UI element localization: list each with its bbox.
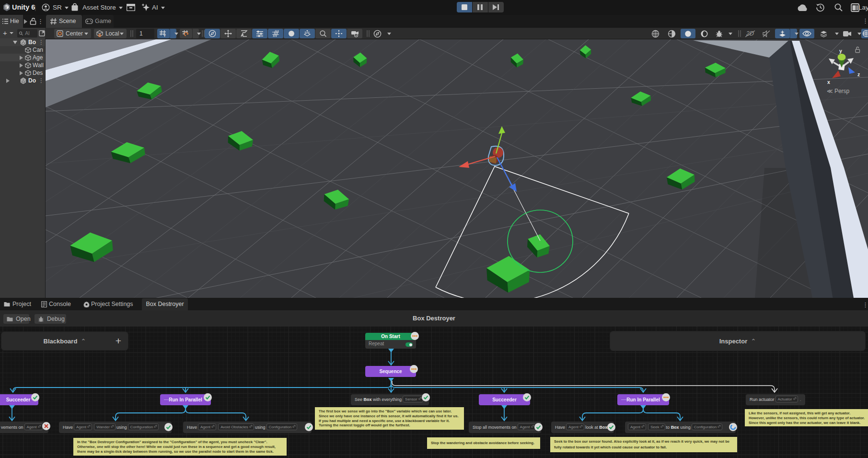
svg-text:y: y xyxy=(839,48,842,54)
svg-text:z: z xyxy=(857,71,860,77)
svg-text:≪ Persp: ≪ Persp xyxy=(827,88,850,94)
svg-text:x: x xyxy=(827,79,830,85)
svg-text:Y: Y xyxy=(163,34,166,37)
